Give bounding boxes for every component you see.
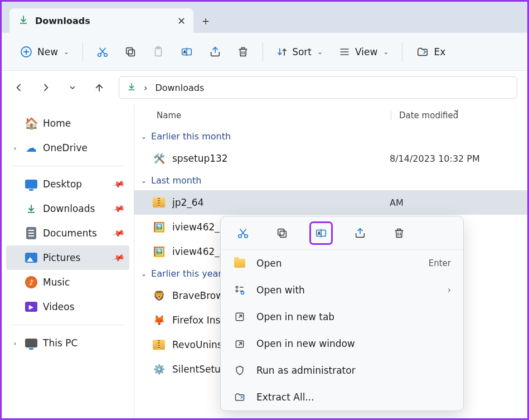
up-button[interactable] (92, 80, 106, 95)
pin-icon: 📌 (111, 250, 125, 264)
toolbar: New ⌄ Sort ⌄ View ⌄ Ex (2, 33, 527, 71)
rename-button[interactable] (174, 42, 199, 61)
svg-point-2 (104, 53, 108, 56)
sidebar-label: Documents (43, 228, 97, 239)
newtab-icon (233, 310, 246, 324)
divider (11, 166, 125, 166)
divider (11, 325, 125, 325)
ctx-delete-button[interactable] (389, 223, 409, 243)
exe-icon: 🛠️ (151, 151, 167, 166)
svg-point-9 (245, 234, 248, 238)
documents-icon (25, 227, 37, 239)
ctx-cut-button[interactable] (233, 223, 253, 243)
pc-icon (25, 337, 37, 349)
pin-icon: 📌 (111, 226, 125, 240)
paste-button[interactable] (147, 42, 170, 61)
sidebar-item-documents[interactable]: Documents📌 (6, 221, 129, 245)
svg-rect-10 (280, 231, 286, 237)
svg-rect-4 (127, 47, 133, 54)
chevron-down-icon: ⌄ (383, 48, 389, 56)
sidebar-item-videos[interactable]: ▶Videos (6, 295, 129, 319)
ctx-share-button[interactable] (350, 223, 370, 243)
exe-icon: 🖼️ (151, 244, 167, 259)
sidebar-item-desktop[interactable]: Desktop📌 (6, 172, 129, 196)
tab-downloads[interactable]: Downloads ✕ (9, 8, 193, 33)
sidebar-item-thispc[interactable]: ›This PC (6, 331, 129, 355)
ctx-open-with[interactable]: Open with› (221, 277, 463, 303)
chevron-down-icon: ⌄ (141, 177, 147, 185)
ctx-run-admin[interactable]: Run as administrator (221, 357, 463, 384)
svg-point-8 (239, 234, 242, 238)
recent-button[interactable] (65, 80, 80, 95)
exe-icon: ⚙️ (151, 361, 167, 377)
copy-button[interactable] (119, 42, 142, 61)
pin-icon: 📌 (111, 177, 125, 191)
chevron-down-icon: ⌄ (141, 270, 147, 278)
column-date[interactable]: Date modified (391, 110, 458, 120)
delete-button[interactable] (231, 42, 255, 61)
forward-button[interactable] (38, 80, 53, 95)
back-button[interactable] (12, 80, 26, 95)
chevron-right-icon[interactable]: › (11, 339, 20, 347)
sidebar-label: Downloads (43, 203, 95, 214)
sidebar-label: Home (43, 118, 71, 129)
ctx-rename-button[interactable] (311, 223, 331, 243)
separator (82, 42, 83, 61)
sidebar-item-pictures[interactable]: Pictures📌 (6, 245, 129, 270)
sidebar-label: This PC (43, 337, 77, 349)
tab-title: Downloads (35, 16, 90, 26)
view-button[interactable]: View ⌄ (333, 43, 394, 61)
new-label: New (37, 46, 58, 57)
extract-button[interactable]: Ex (410, 42, 451, 61)
group-last-month[interactable]: ⌄Last month (134, 171, 527, 190)
ctx-open[interactable]: OpenEnter (221, 250, 463, 277)
close-icon[interactable]: ✕ (177, 15, 186, 27)
download-icon (127, 82, 136, 93)
extract-icon (233, 390, 246, 404)
exe-icon: 🖼️ (151, 219, 167, 235)
file-row[interactable]: 🛠️spsetup1328/14/2023 10:32 PM (134, 146, 527, 171)
sidebar-item-downloads[interactable]: Downloads📌 (6, 196, 129, 221)
ctx-copy-button[interactable] (272, 223, 292, 243)
apps-icon (233, 283, 246, 297)
ctx-open-new-window[interactable]: Open in new window (221, 330, 463, 357)
music-icon: ♪ (25, 276, 37, 288)
breadcrumb-downloads[interactable]: Downloads (155, 83, 204, 93)
svg-rect-3 (128, 50, 134, 56)
separator (263, 42, 263, 61)
ctx-extract-all[interactable]: Extract All... (221, 384, 463, 411)
address-bar[interactable]: › Downloads (119, 76, 517, 99)
sort-label: Sort (292, 46, 312, 57)
sidebar-label: Desktop (43, 178, 82, 190)
share-button[interactable] (203, 42, 227, 61)
new-tab-button[interactable]: ＋ (193, 8, 218, 33)
column-name[interactable]: Name (157, 110, 391, 120)
ctx-open-new-tab[interactable]: Open in new tab (221, 303, 463, 330)
new-button[interactable]: New ⌄ (14, 42, 75, 62)
chevron-right-icon[interactable]: › (11, 144, 20, 152)
videos-icon: ▶ (25, 301, 37, 313)
view-label: View (355, 46, 377, 57)
cloud-icon: ☁ (25, 142, 37, 154)
sort-button[interactable]: Sort ⌄ (271, 43, 328, 61)
sidebar-item-onedrive[interactable]: ›☁OneDrive (6, 136, 129, 160)
group-earlier-month[interactable]: ⌄Earlier this month (134, 127, 527, 146)
sidebar-item-home[interactable]: 🏠Home (6, 111, 129, 136)
sidebar: 🏠Home ›☁OneDrive Desktop📌 Downloads📌 Doc… (2, 104, 134, 418)
extract-label: Ex (434, 46, 445, 57)
sidebar-item-music[interactable]: ♪Music (6, 270, 129, 295)
breadcrumb-sep: › (144, 83, 147, 93)
file-row-selected[interactable]: jp2_64 AM (134, 190, 527, 215)
column-headers: Name Date modified (134, 104, 527, 127)
cut-button[interactable] (91, 42, 114, 61)
pictures-icon (25, 252, 37, 264)
chevron-down-icon: ⌄ (317, 48, 323, 56)
newwindow-icon (233, 337, 246, 350)
svg-point-1 (98, 53, 101, 56)
nav-row: › Downloads (2, 71, 527, 104)
chevron-down-icon: ⌄ (141, 133, 147, 141)
download-icon (18, 15, 28, 27)
context-menu: OpenEnter Open with› Open in new tab Ope… (220, 216, 464, 411)
chevron-down-icon: ⌄ (64, 48, 69, 56)
svg-rect-11 (278, 229, 284, 235)
